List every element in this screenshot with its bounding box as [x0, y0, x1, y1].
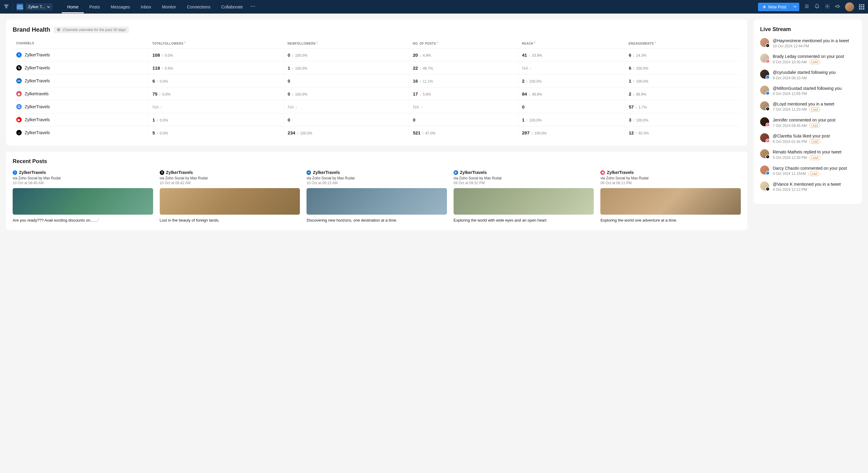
activity-text: Jennifer commented on your post	[773, 117, 855, 123]
trend-down-icon: ↓	[632, 92, 634, 96]
channel-name: ZylkerTravels	[25, 130, 50, 135]
activity-text: Renato Matheis replied to your tweet	[773, 149, 855, 155]
post-image	[600, 188, 741, 215]
live-stream-item[interactable]: f@MiltonGustad started following you8 Oc…	[760, 86, 855, 96]
post-card[interactable]: inZylkerTravelsvia Zoho Social by Max Ru…	[307, 170, 447, 223]
user-avatar[interactable]	[845, 2, 854, 11]
trend-up-icon: ↑	[632, 118, 634, 122]
post-card[interactable]: fZylkerTravelsvia Zoho Social by Max Rud…	[13, 170, 153, 223]
post-text: Exploring the world one adventure at a t…	[600, 218, 741, 223]
post-channel-name: ZylkerTravels	[166, 170, 193, 175]
lead-badge: Lead	[809, 155, 820, 160]
list-icon[interactable]	[804, 4, 809, 10]
activity-time: 10 Oct 2024 12:44 PM	[773, 44, 809, 48]
post-card[interactable]: 𝕏ZylkerTravelsvia Zoho Social by Max Rud…	[160, 170, 300, 223]
trend-down-icon: ↓	[420, 92, 421, 96]
trend-down-icon: ↓	[632, 53, 634, 58]
nav-item-inbox[interactable]: Inbox	[135, 1, 156, 13]
nav-item-home[interactable]: Home	[62, 1, 84, 13]
metric-value: NA	[413, 104, 419, 110]
activity-time: 8 Oct 2024 12:05 PM	[773, 92, 807, 96]
metric-value: NA	[522, 65, 528, 70]
post-channel-name: ZylkerTravels	[19, 170, 46, 175]
metric-value: 6	[629, 65, 631, 70]
trend-up-icon: ↑	[632, 79, 634, 84]
avatar: 𝕏	[760, 101, 769, 110]
live-stream-item[interactable]: f@cyrusdalie started following you9 Oct …	[760, 70, 855, 80]
live-stream-item[interactable]: ◉@Claretta Sula liked your post6 Oct 202…	[760, 133, 855, 144]
activity-time: 7 Oct 2024 11:20 AM	[773, 107, 807, 112]
nav-item-posts[interactable]: Posts	[84, 1, 105, 13]
topbar: ZylkerTravels Zylker T... HomePostsMessa…	[0, 0, 868, 13]
trend-up-icon: ↑	[292, 66, 293, 70]
metric-percent: 100.0%	[295, 92, 307, 96]
activity-time: 6 Oct 2024 01:44 PM	[773, 140, 807, 144]
new-post-button[interactable]: New Post	[758, 3, 790, 11]
trend-up-icon: ↑	[161, 53, 163, 58]
megaphone-icon[interactable]	[835, 4, 840, 10]
metric-value: 84	[522, 91, 527, 96]
table-header: ENGAGEMENTS?	[625, 38, 741, 49]
post-card[interactable]: ⊞ZylkerTravelsvia Zoho Social by Max Rud…	[454, 170, 594, 223]
metric-percent: 100.0%	[636, 118, 648, 122]
table-header: REACH?	[518, 38, 625, 49]
activity-time: 4 Oct 2024 12:12 PM	[773, 187, 807, 192]
nav-item-messages[interactable]: Messages	[105, 1, 135, 13]
post-time: 10 Oct at 08:45 AM	[13, 181, 153, 185]
live-stream-item[interactable]: fDarcy Chastin commented on your post4 O…	[760, 166, 855, 176]
post-via: via Zoho Social by Max Rudat	[13, 176, 153, 180]
more-menu-icon[interactable]	[250, 4, 255, 10]
bell-icon[interactable]	[814, 4, 820, 10]
new-post-label: New Post	[768, 4, 786, 9]
live-stream-item[interactable]: ◉Brady Leday commented on your post9 Oct…	[760, 54, 855, 64]
brand-selector[interactable]: Zylker T...	[26, 3, 53, 10]
metric-percent: 100.0%	[534, 131, 547, 135]
metric-value: 1	[153, 117, 155, 122]
activity-time: 9 Oct 2024 10:30 AM	[773, 60, 807, 64]
trend-up-icon: ↑	[156, 118, 158, 122]
table-row[interactable]: fZylkerTravels108↑0.0%0↓100.0%20↓4.8%41↓…	[13, 49, 741, 61]
metric-percent: 0.0%	[165, 53, 173, 58]
post-card[interactable]: ◉ZylkerTravelsvia Zoho Social by Max Rud…	[600, 170, 741, 223]
live-stream-item[interactable]: 𝕏Renato Matheis replied to your tweet5 O…	[760, 149, 855, 160]
post-image	[160, 188, 300, 215]
table-row[interactable]: ♪ZylkerTravels5↑0.0%234↑100.0%521↑47.0%2…	[13, 126, 741, 139]
tiktok-icon: ♪	[16, 130, 22, 135]
table-row[interactable]: GZylkerTravelsNA ?NA ?NA ?057↓1.7%	[13, 100, 741, 113]
table-row[interactable]: ▶ZylkerTravels1↑0.0%001↑100.0%3↑100.0%	[13, 113, 741, 126]
live-stream-item[interactable]: 𝕏@Loyd mentioned you in a tweet7 Oct 202…	[760, 101, 855, 112]
apps-grid-icon[interactable]	[859, 4, 864, 10]
new-post-dropdown[interactable]	[790, 3, 799, 11]
svg-point-5	[254, 6, 255, 7]
live-stream-item[interactable]: ◉Jennifer commented on your post7 Oct 20…	[760, 117, 855, 128]
metric-percent: 100.0%	[300, 131, 313, 135]
metric-value: 75	[153, 91, 158, 96]
app-logo-icon[interactable]	[4, 4, 9, 10]
table-row[interactable]: ◉Zylkertravels75↑0.0%0↓100.0%17↓5.6%84↓4…	[13, 87, 741, 100]
facebook-badge-icon: f	[766, 75, 770, 79]
metric-percent: 0.0%	[160, 131, 168, 135]
post-channel-name: ZylkerTravels	[460, 170, 487, 175]
metric-value: 17	[413, 91, 418, 96]
instagram-badge-icon: ◉	[766, 123, 770, 127]
nav-item-connections[interactable]: Connections	[181, 1, 216, 13]
table-header: CHANNELS	[13, 38, 149, 49]
live-stream-item[interactable]: 𝕏@HaynesIrene mentioned you in a tweet10…	[760, 38, 855, 48]
table-row[interactable]: inZylkerTravels6↑0.0%016↑11.1%2↑100.0%1↑…	[13, 75, 741, 87]
metric-value: 6	[629, 53, 631, 58]
table-row[interactable]: 𝕏ZylkerTravels118↑0.9%1↑100.0%22↑46.7%NA…	[13, 61, 741, 75]
metric-value: 0	[288, 53, 290, 58]
activity-text: @Loyd mentioned you in a tweet	[773, 101, 855, 107]
gear-icon[interactable]	[825, 4, 830, 10]
nav-item-monitor[interactable]: Monitor	[157, 1, 182, 13]
post-text: Lost in the beauty of foreign lands.	[160, 218, 300, 223]
metric-percent: 46.7%	[423, 66, 433, 70]
channel-name: ZylkerTravels	[25, 65, 50, 70]
recent-posts-card: Recent Posts fZylkerTravelsvia Zoho Soci…	[6, 152, 747, 230]
avatar: ◉	[760, 133, 769, 142]
metric-value: NA	[153, 104, 159, 110]
post-via: via Zoho Social by Max Rudat	[307, 176, 447, 180]
nav-item-collaborate[interactable]: Collaborate	[216, 1, 248, 13]
live-stream-item[interactable]: 𝕏@Vance K mentioned you in a tweet4 Oct …	[760, 181, 855, 192]
brand-health-card: Brand Health Channels overview for the p…	[6, 20, 747, 146]
